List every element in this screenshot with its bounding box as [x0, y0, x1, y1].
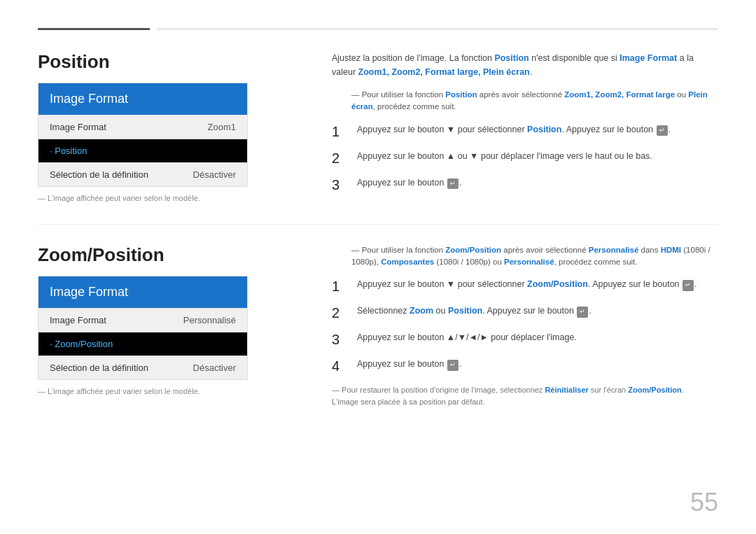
zoom-subnote-h1: Réinitialiser [545, 386, 588, 394]
mockup-row-1: Image Format Zoom1 [38, 115, 247, 139]
content-area: Position Image Format Image Format Zoom1… [38, 51, 718, 506]
zoom-step2-btn: ↵ [577, 307, 588, 318]
section-zoom-title: Zoom/Position [38, 244, 304, 266]
zoom-step-3: 3 Appuyez sur le bouton ▲/▼/◄/► pour dép… [332, 331, 718, 348]
top-line-thin [157, 29, 718, 29]
step-text-1: Appuyez sur le bouton ▼ pour sélectionne… [357, 123, 718, 140]
mockup-row-3-value: Désactiver [193, 169, 236, 180]
mockup-header-zoom: Image Format [38, 276, 247, 308]
position-intro: Ajustez la position de l'image. La fonct… [332, 51, 718, 79]
zoom-step-text-3: Appuyez sur le bouton ▲/▼/◄/► pour dépla… [357, 331, 718, 348]
mockup-row-1-label: Image Format [50, 122, 106, 132]
position-highlight-1: Position [494, 53, 528, 63]
zoom-mockup-row-1-value: Personnalisé [183, 315, 236, 325]
zoom-step-1: 1 Appuyez sur le bouton ▼ pour sélection… [332, 278, 718, 295]
zoom-mockup-row-2-label: · Zoom/Position [50, 339, 113, 349]
section-position-right: Ajustez la position de l'image. La fonct… [332, 51, 718, 203]
step-text-3: Appuyez sur le bouton ↵. [357, 176, 718, 193]
section-position-left: Position Image Format Image Format Zoom1… [38, 51, 304, 203]
pos-indent-h1: Position [445, 90, 477, 99]
top-line [38, 28, 718, 30]
zoom-note: — L'image affichée peut varier selon le … [38, 387, 304, 395]
zoom-step-4: 4 Appuyez sur le bouton ↵. [332, 358, 718, 374]
mockup-header-position: Image Format [38, 83, 247, 115]
top-line-bold [38, 28, 150, 30]
zoom-step-number-4: 4 [332, 358, 351, 374]
zoom-mockup-row-3-value: Désactiver [193, 363, 236, 373]
section-position-title: Position [38, 51, 304, 73]
mockup-row-3-label: Sélection de la définition [50, 169, 148, 180]
mockup-row-2-label: · Position [50, 146, 87, 156]
zoom-intro: — Pour utiliser la fonction Zoom/Positio… [351, 244, 718, 269]
step-number-3: 3 [332, 176, 351, 193]
zoom-step-text-4: Appuyez sur le bouton ↵. [357, 358, 718, 374]
zoom-intro-h4: Composantes [381, 258, 434, 266]
section-zoom-left: Zoom/Position Image Format Image Format … [38, 244, 304, 408]
zoom-step1-h1: Zoom/Position [527, 279, 588, 289]
zoom-step2-h1: Zoom [410, 306, 433, 316]
mockup-row-2-active: · Position [38, 139, 247, 162]
zoom-steps: 1 Appuyez sur le bouton ▼ pour sélection… [332, 278, 718, 374]
pos-indent-h2: Zoom1, Zoom2, Format large [564, 90, 675, 99]
position-highlight-3: Zoom1, Zoom2, Format large, Plein écran [358, 67, 530, 77]
mockup-row-1-value: Zoom1 [208, 122, 236, 132]
zoom-mockup-row-3-label: Sélection de la définition [50, 363, 148, 373]
zoom-intro-h1: Zoom/Position [445, 246, 501, 254]
zoom-mockup-row-3: Sélection de la définition Désactiver [38, 356, 247, 379]
position-highlight-2: Image Format [620, 53, 677, 63]
zoom-intro-h5: Personnalisé [504, 258, 554, 266]
zoom-intro-h2: Personnalisé [589, 246, 639, 254]
zoom-mockup: Image Format Image Format Personnalisé ·… [38, 276, 248, 380]
section-zoom-position: Zoom/Position Image Format Image Format … [38, 244, 718, 408]
section-zoom-right: — Pour utiliser la fonction Zoom/Positio… [332, 244, 718, 408]
zoom-mockup-row-2-active: · Zoom/Position [38, 332, 247, 356]
zoom-step-number-2: 2 [332, 304, 351, 321]
mockup-row-3: Sélection de la définition Désactiver [38, 162, 247, 186]
position-note: — L'image affichée peut varier selon le … [38, 194, 304, 202]
position-step-2: 2 Appuyez sur le bouton ▲ ou ▼ pour dépl… [332, 150, 718, 167]
section-divider [38, 224, 718, 225]
zoom-step-number-1: 1 [332, 278, 351, 295]
position-mockup: Image Format Image Format Zoom1 · Positi… [38, 83, 248, 187]
step-text-2: Appuyez sur le bouton ▲ ou ▼ pour déplac… [357, 150, 718, 167]
zoom-step-2: 2 Sélectionnez Zoom ou Position. Appuyez… [332, 304, 718, 321]
step1-btn: ↵ [657, 125, 668, 136]
step3-btn: ↵ [447, 178, 458, 190]
zoom-mockup-row-1-label: Image Format [50, 315, 106, 325]
zoom-subnote-h2: Zoom/Position [628, 386, 681, 394]
zoom-mockup-row-1: Image Format Personnalisé [38, 308, 247, 332]
position-indent-note: — Pour utiliser la fonction Position apr… [351, 89, 718, 113]
zoom-step1-btn: ↵ [682, 280, 694, 291]
position-step-1: 1 Appuyez sur le bouton ▼ pour sélection… [332, 123, 718, 140]
zoom-step-text-1: Appuyez sur le bouton ▼ pour sélectionne… [357, 278, 718, 295]
zoom-step-number-3: 3 [332, 331, 351, 348]
section-position: Position Image Format Image Format Zoom1… [38, 51, 718, 203]
zoom-intro-h3: HDMI [661, 246, 681, 254]
step-number-1: 1 [332, 123, 351, 140]
position-step-3: 3 Appuyez sur le bouton ↵. [332, 176, 718, 193]
page-container: Position Image Format Image Format Zoom1… [0, 0, 756, 534]
step-number-2: 2 [332, 150, 351, 167]
position-steps: 1 Appuyez sur le bouton ▼ pour sélection… [332, 123, 718, 193]
step1-h1: Position [527, 125, 561, 134]
zoom-step4-btn: ↵ [447, 360, 458, 371]
zoom-step-text-2: Sélectionnez Zoom ou Position. Appuyez s… [357, 304, 718, 321]
zoom-step2-h2: Position [448, 306, 482, 316]
zoom-sub-note: — Pour restaurer la position d'origine d… [332, 384, 718, 407]
page-number: 55 [690, 488, 718, 517]
